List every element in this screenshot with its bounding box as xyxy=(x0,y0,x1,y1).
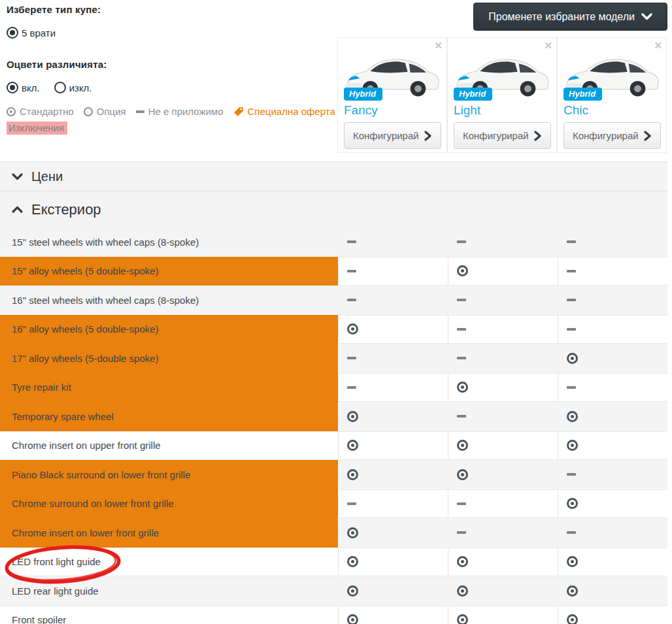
body-type-heading: Изберете тип купе: xyxy=(7,4,333,15)
standard-equipment-icon xyxy=(567,498,578,509)
feature-cell-fancy xyxy=(338,460,448,489)
feature-cell-chic xyxy=(558,548,667,577)
feature-cell-chic xyxy=(558,518,667,548)
standard-equipment-icon xyxy=(457,469,468,480)
legend: Стандартно Опция Не е приложимо Специалн… xyxy=(7,106,335,117)
not-applicable-legend-icon xyxy=(136,110,144,113)
feature-cell-light xyxy=(448,402,558,431)
not-applicable-icon xyxy=(457,357,466,359)
section-prices[interactable]: Цени xyxy=(0,161,667,191)
hybrid-badge: Hybrid xyxy=(454,88,492,101)
feature-label: Chrome insert on upper front grille xyxy=(0,431,338,461)
feature-cell-chic xyxy=(558,344,667,373)
legend-not-applicable-label: Не е приложимо xyxy=(148,106,224,117)
feature-cell-chic xyxy=(558,576,667,606)
highlight-on-option[interactable]: вкл. xyxy=(7,82,40,93)
feature-row: Tyre repair kit xyxy=(0,373,667,402)
change-selected-models-button[interactable]: Променете избраните модели xyxy=(473,3,667,31)
model-card: ✕ Hybrid Light Конфигурирай xyxy=(447,37,557,153)
chevron-right-icon xyxy=(534,131,542,141)
not-applicable-icon xyxy=(567,328,576,331)
body-type-option-5-doors[interactable]: 5 врати xyxy=(7,27,56,39)
configure-button[interactable]: Конфигурирай xyxy=(563,122,661,149)
feature-row: 16" steel wheels with wheel caps (8-spok… xyxy=(0,286,667,315)
feature-cell-fancy xyxy=(338,431,448,461)
standard-equipment-icon xyxy=(347,614,358,624)
feature-cell-fancy xyxy=(338,315,448,344)
not-applicable-icon xyxy=(347,299,356,301)
not-applicable-icon xyxy=(457,240,466,243)
feature-label: LED front light guide xyxy=(0,548,338,577)
legend-special-offer-label: Специална оферта xyxy=(248,106,335,117)
legend-standard-label: Стандартно xyxy=(20,106,74,117)
feature-row: Front spoiler xyxy=(0,606,667,624)
feature-cell-chic xyxy=(558,460,667,489)
radio-selected-icon[interactable] xyxy=(7,27,18,39)
feature-cell-chic xyxy=(558,373,667,402)
radio-selected-icon[interactable] xyxy=(7,82,18,93)
feature-cell-light xyxy=(448,257,558,286)
feature-row: Temporary spare wheel xyxy=(0,402,667,431)
not-applicable-icon xyxy=(567,299,576,301)
highlight-on-label: вкл. xyxy=(22,82,40,93)
feature-cell-light xyxy=(448,227,558,257)
feature-cell-fancy xyxy=(338,489,448,519)
feature-row: Piano Black surround on lower front gril… xyxy=(0,460,667,489)
standard-equipment-icon xyxy=(347,585,358,597)
not-applicable-icon xyxy=(457,299,466,301)
legend-exceptions-highlighted: Изключения xyxy=(7,122,67,135)
feature-cell-light xyxy=(448,489,558,519)
feature-cell-light xyxy=(448,606,558,624)
standard-equipment-icon xyxy=(567,440,578,451)
configure-button[interactable]: Конфигурирай xyxy=(344,122,441,149)
standard-equipment-icon xyxy=(457,382,468,393)
feature-row: 15" alloy wheels (5 double-spoke) xyxy=(0,257,667,286)
chevron-right-icon xyxy=(644,131,652,141)
highlight-off-option[interactable]: изкл. xyxy=(54,82,92,93)
not-applicable-icon xyxy=(457,531,466,534)
feature-cell-light xyxy=(448,460,558,489)
feature-cell-light xyxy=(448,431,558,461)
feature-label: 15" alloy wheels (5 double-spoke) xyxy=(0,257,338,286)
legend-special-offer: Специална оферта xyxy=(233,106,335,117)
not-applicable-icon xyxy=(347,240,356,243)
radio-unselected-icon[interactable] xyxy=(54,82,66,93)
not-applicable-icon xyxy=(347,357,356,359)
not-applicable-icon xyxy=(457,502,466,505)
hybrid-badge: Hybrid xyxy=(344,88,382,101)
standard-equipment-icon xyxy=(457,585,468,597)
standard-equipment-icon xyxy=(567,353,578,364)
not-applicable-icon xyxy=(567,386,576,389)
tag-icon xyxy=(233,107,244,117)
chevron-right-icon xyxy=(424,131,432,141)
standard-equipment-icon xyxy=(347,556,358,567)
model-card: ✕ Hybrid Chic Конфигурирай xyxy=(557,37,667,153)
feature-cell-chic xyxy=(558,257,667,286)
legend-option: Опция xyxy=(84,106,126,117)
section-exterior[interactable]: Екстериор xyxy=(0,191,667,227)
feature-cell-fancy xyxy=(338,548,448,577)
feature-label: LED rear light guide xyxy=(0,576,338,606)
feature-cell-chic xyxy=(558,402,667,431)
feature-cell-fancy xyxy=(338,606,448,624)
not-applicable-icon xyxy=(567,473,576,476)
feature-cell-chic xyxy=(558,489,667,519)
feature-row: Chrome insert on upper front grille xyxy=(0,431,667,461)
configure-button[interactable]: Конфигурирай xyxy=(454,122,551,149)
feature-cell-chic xyxy=(558,286,667,315)
model-name-link[interactable]: Chic xyxy=(563,103,588,118)
feature-cell-light xyxy=(448,286,558,315)
model-name-link[interactable]: Fancy xyxy=(344,103,378,118)
feature-cell-fancy xyxy=(338,518,448,548)
configure-label: Конфигурирай xyxy=(353,130,419,141)
standard-equipment-icon xyxy=(347,323,358,335)
feature-cell-fancy xyxy=(338,344,448,373)
change-selected-models-label: Променете избраните модели xyxy=(488,11,635,23)
feature-cell-light xyxy=(448,576,558,606)
legend-standard: Стандартно xyxy=(7,106,74,117)
feature-cell-light xyxy=(448,548,558,577)
model-name-link[interactable]: Light xyxy=(454,103,480,118)
feature-label: Temporary spare wheel xyxy=(0,402,338,431)
standard-equipment-icon xyxy=(457,556,468,567)
option-legend-icon xyxy=(84,107,93,116)
